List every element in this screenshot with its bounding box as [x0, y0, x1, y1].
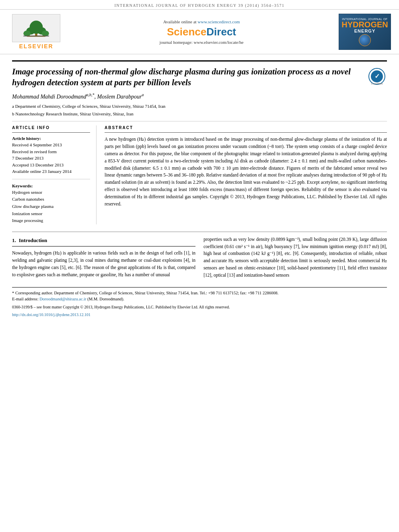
- article-info-panel: ARTICLE INFO Article history: Received 4…: [12, 125, 97, 224]
- available-online-date: Available online 23 January 2014: [12, 168, 90, 175]
- elsevier-logo-image: [12, 14, 60, 42]
- authors-line: Mohammad Mahdi Doroodmanda,b,*, Moslem D…: [12, 92, 387, 100]
- journal-homepage: journal homepage: www.elsevier.com/locat…: [64, 40, 339, 45]
- journal-title: INTERNATIONAL JOURNAL OF HYDROGEN ENERGY…: [0, 3, 399, 8]
- issn-line: 0360-3199/$ – see front matter Copyright…: [12, 304, 387, 310]
- hydrogen-energy-text: ENERGY: [354, 29, 375, 33]
- svg-point-5: [42, 31, 49, 37]
- keyword-5: Image processing: [12, 217, 90, 224]
- keyword-2: Carbon nanotubes: [12, 196, 90, 203]
- author2-name: , Moslem Darabpour: [95, 93, 142, 99]
- intro-left: 1. Introduction Nowadays, hydrogen (H₂) …: [12, 236, 195, 279]
- author1-name: Mohammad Mahdi Doroodmand: [12, 93, 86, 99]
- received-revised-label: Received in revised form: [12, 148, 90, 155]
- email-line: E-mail address: Doroodmand@shirazu.ac.ir…: [12, 296, 387, 302]
- keyword-1: Hydrogen sensor: [12, 189, 90, 196]
- svg-text:CrossMark: CrossMark: [371, 82, 383, 85]
- keyword-4: Ionization sensor: [12, 210, 90, 218]
- doi-link[interactable]: http://dx.doi.org/10.1016/j.ijhydene.201…: [12, 312, 90, 317]
- article-info-heading: ARTICLE INFO: [12, 125, 90, 130]
- hydrogen-h2-text: HYDROGEN: [341, 21, 388, 29]
- abstract-heading: ABSTRACT: [105, 125, 387, 130]
- paper-body: Image processing of non-thermal glow dis…: [0, 54, 399, 322]
- sciencedirect-blue: Direct: [206, 26, 236, 38]
- center-header: Available online at www.sciencedirect.co…: [64, 19, 339, 45]
- footnote-area: * Corresponding author. Department of Ch…: [12, 287, 387, 318]
- intro-right-text: properties such as very low density (0.0…: [204, 236, 387, 279]
- section-divider: [12, 232, 387, 232]
- abstract-panel: ABSTRACT A new hydrogen (H₂) detection s…: [105, 125, 387, 224]
- intro-title: Introduction: [19, 237, 47, 243]
- svg-point-4: [23, 31, 31, 37]
- email-link[interactable]: Doroodmand@shirazu.ac.ir: [39, 297, 86, 301]
- intro-number: 1.: [12, 237, 16, 243]
- introduction-section: 1. Introduction Nowadays, hydrogen (H₂) …: [12, 236, 387, 279]
- intro-right: properties such as very low density (0.0…: [204, 236, 387, 279]
- planet-icon: [359, 34, 371, 46]
- elsevier-logo: ELSEVIER: [8, 14, 64, 49]
- accepted-date: Accepted 13 December 2013: [12, 162, 90, 168]
- elsevier-label: ELSEVIER: [19, 43, 53, 49]
- svg-text:✓: ✓: [374, 73, 380, 80]
- doi-line: http://dx.doi.org/10.1016/j.ijhydene.201…: [12, 312, 387, 318]
- author1-sup: a,b,*: [86, 92, 95, 97]
- sciencedirect-url[interactable]: www.sciencedirect.com: [197, 19, 240, 24]
- logo-bar: ELSEVIER Available online at www.science…: [0, 10, 399, 54]
- article-info-abstract: ARTICLE INFO Article history: Received 4…: [12, 125, 387, 224]
- email-label: E-mail address:: [12, 297, 39, 301]
- crossmark: ✓ CrossMark: [367, 66, 387, 86]
- article-divider: [12, 121, 387, 121]
- sciencedirect-orange: Science: [167, 26, 206, 38]
- intro-heading: 1. Introduction: [12, 236, 195, 247]
- affiliations: a Department of Chemistry, College of Sc…: [12, 103, 387, 117]
- journal-header: INTERNATIONAL JOURNAL OF HYDROGEN ENERGY…: [0, 0, 399, 10]
- article-title-row: Image processing of non-thermal glow dis…: [12, 60, 387, 88]
- sciencedirect-logo: ScienceDirect: [64, 26, 339, 38]
- email-suffix: (M.M. Doroodmand).: [87, 297, 124, 301]
- hydrogen-energy-logo: INTERNATIONAL JOURNAL OF HYDROGEN ENERGY: [339, 14, 391, 50]
- keywords-label: Keywords:: [12, 183, 90, 188]
- keywords-section: Keywords: Hydrogen sensor Carbon nanotub…: [12, 183, 90, 224]
- history-label: Article history:: [12, 136, 90, 141]
- intro-left-text: Nowadays, hydrogen (H₂) is applicable in…: [12, 250, 195, 278]
- received-revised-date: 7 December 2013: [12, 155, 90, 162]
- article-title: Image processing of non-thermal glow dis…: [12, 66, 367, 88]
- affil-a: a Department of Chemistry, College of Sc…: [12, 103, 387, 110]
- author2-sup: a: [142, 92, 144, 97]
- affil-b: b Nanotechnology Research Institute, Shi…: [12, 111, 387, 117]
- abstract-text: A new hydrogen (H₂) detection system is …: [105, 136, 387, 207]
- keyword-3: Glow discharge plasma: [12, 203, 90, 210]
- received1: Received 4 September 2013: [12, 142, 90, 148]
- svg-rect-7: [23, 36, 49, 37]
- available-online-text: Available online at www.sciencedirect.co…: [64, 19, 339, 24]
- corresponding-author: * Corresponding author. Department of Ch…: [12, 290, 387, 296]
